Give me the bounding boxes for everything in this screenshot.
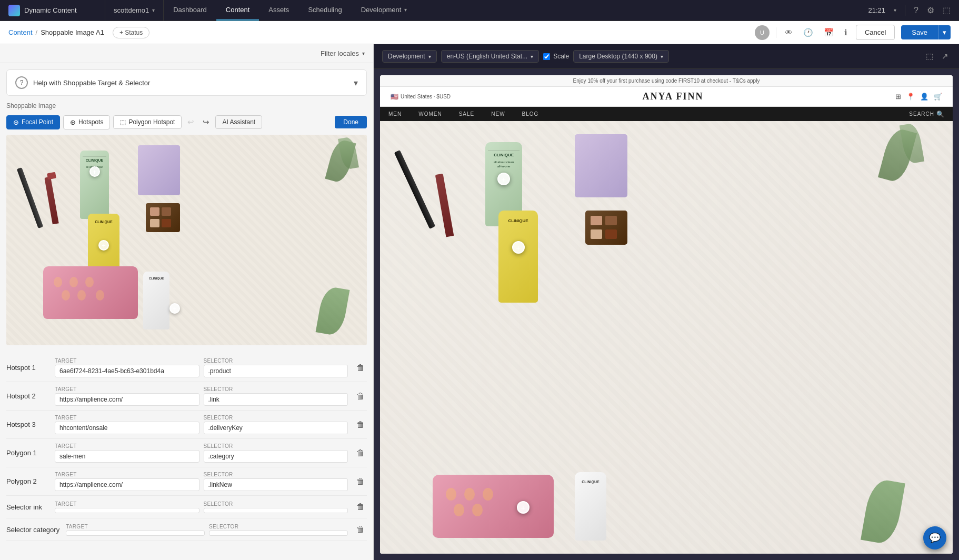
selector-value-sink[interactable] <box>204 508 348 513</box>
site-nav-search: SEARCH 🔍 <box>909 111 953 118</box>
polygon-1-name: Polygon 1 <box>6 449 48 457</box>
target-label-1: Target <box>55 358 199 364</box>
delete-hotspot-1-button[interactable]: 🗑 <box>354 361 367 375</box>
nav-tab-assets-label: Assets <box>268 6 289 14</box>
selector-label-3: Selector <box>204 415 348 421</box>
target-value-scat[interactable] <box>66 531 205 536</box>
hotspot-1-name: Hotspot 1 <box>6 364 48 372</box>
account-name: scottdemo1 <box>114 6 149 14</box>
account-chevron-icon: ▾ <box>152 7 155 13</box>
redo-button[interactable]: ↪ <box>200 115 212 129</box>
delete-selector-ink-button[interactable]: 🗑 <box>354 500 367 514</box>
site-nav-new[interactable]: NEW <box>483 107 513 121</box>
hotspot-marker-3[interactable]: + <box>169 303 180 314</box>
hotspot-3-selector-group: Selector .deliveryKey <box>204 415 348 434</box>
ai-assistant-button[interactable]: AI Assistant <box>215 115 262 129</box>
focal-point-button[interactable]: ⊕ Focal Point <box>6 115 60 129</box>
target-label-scat: Target <box>66 524 205 529</box>
site-search-icon[interactable]: 🔍 <box>936 111 944 118</box>
preview-external-icon[interactable]: ↗ <box>940 49 951 63</box>
chat-bubble-button[interactable]: 💬 <box>923 526 946 549</box>
delete-selector-category-button[interactable]: 🗑 <box>354 523 367 536</box>
eye-icon[interactable]: 👁 <box>783 26 795 39</box>
nav-tab-development[interactable]: Development ▾ <box>352 0 417 21</box>
preview-hotspot-2[interactable]: + <box>512 241 525 254</box>
hotspot-marker-1[interactable]: + <box>89 166 100 177</box>
delete-polygon-2-button[interactable]: 🗑 <box>354 475 367 488</box>
scale-checkbox[interactable] <box>543 53 550 60</box>
target-value-1[interactable]: 6ae6f724-8231-4ae5-bc63-e301bd4a <box>55 365 199 377</box>
locale-selector[interactable]: en-US (English United Stat... ▾ <box>441 50 539 63</box>
hotspots-button[interactable]: ⊕ Hotspots <box>63 115 110 129</box>
info-icon[interactable]: ℹ <box>842 26 850 39</box>
hotspot-marker-2[interactable]: + <box>98 240 109 251</box>
nav-tab-development-label: Development <box>361 6 402 14</box>
nav-tab-scheduling[interactable]: Scheduling <box>298 0 351 21</box>
size-label: Large Desktop (1440 x 900) <box>579 53 657 60</box>
size-selector[interactable]: Large Desktop (1440 x 900) ▾ <box>573 50 669 63</box>
target-value-p2[interactable]: https://amplience.com/ <box>55 478 199 491</box>
done-button[interactable]: Done <box>335 116 367 128</box>
selector-value-p2[interactable]: .linkNew <box>204 478 348 491</box>
account-selector[interactable]: scottdemo1 ▾ <box>105 0 164 21</box>
selector-value-2[interactable]: .link <box>204 393 348 406</box>
cancel-button[interactable]: Cancel <box>856 25 895 40</box>
site-nav-men[interactable]: MEN <box>380 107 410 121</box>
settings-icon[interactable]: ⚙ <box>927 5 934 15</box>
notifications-icon[interactable]: ⬚ <box>943 5 951 15</box>
site-nav-sale[interactable]: SALE <box>451 107 483 121</box>
preview-copy-icon[interactable]: ⬚ <box>924 49 935 63</box>
breadcrumb-parent[interactable]: Content <box>8 28 33 36</box>
location-icon[interactable]: 📍 <box>906 93 915 101</box>
delete-polygon-1-button[interactable]: 🗑 <box>354 446 367 460</box>
calendar-icon[interactable]: 📅 <box>822 26 836 39</box>
delete-hotspot-3-button[interactable]: 🗑 <box>354 418 367 432</box>
hotspot-1-selector-group: Selector .product <box>204 358 348 377</box>
history-icon[interactable]: 🕐 <box>801 26 815 39</box>
selector-value-1[interactable]: .product <box>204 365 348 377</box>
polygon-hotspot-button[interactable]: ⬚ Polygon Hotspot <box>113 115 182 129</box>
target-value-sink[interactable] <box>55 508 199 513</box>
target-value-2[interactable]: https://amplience.com/ <box>55 393 199 406</box>
save-dropdown-button[interactable]: ▾ <box>938 25 951 39</box>
grid-icon[interactable]: ⊞ <box>895 93 901 101</box>
cart-icon[interactable]: 🛒 <box>934 93 942 101</box>
selector-value-p1[interactable]: .category <box>204 450 348 463</box>
target-value-3[interactable]: hhcontent/onsale <box>55 422 199 434</box>
preview-hotspot-1[interactable]: + <box>497 173 510 185</box>
polygon-icon: ⬚ <box>120 118 126 126</box>
preview-hotspot-3[interactable]: + <box>517 501 530 514</box>
left-panel: Filter locales ▾ ? Help with Shoppable T… <box>0 44 374 560</box>
help-collapse-button[interactable]: ▾ <box>354 78 358 88</box>
target-value-p1[interactable]: sale-men <box>55 450 199 463</box>
site-nav-women[interactable]: WOMEN <box>410 107 450 121</box>
nav-tab-content[interactable]: Content <box>216 0 259 21</box>
scale-checkbox-label[interactable]: Scale <box>543 53 569 60</box>
save-button[interactable]: Save <box>901 25 938 39</box>
table-row: Hotspot 2 Target https://amplience.com/ … <box>6 382 367 411</box>
person-icon[interactable]: 👤 <box>920 93 928 101</box>
environment-selector[interactable]: Development ▾ <box>382 50 437 63</box>
breadcrumb-bar: Content / Shoppable Image A1 + Status U … <box>0 21 959 44</box>
hotspot-3-target-group: Target hhcontent/onsale <box>55 415 199 434</box>
help-nav-icon[interactable]: ? <box>914 6 918 15</box>
delete-hotspot-2-button[interactable]: 🗑 <box>354 389 367 403</box>
table-row: Selector ink Target Selector 🗑 <box>6 496 367 518</box>
app-title: Dynamic Content <box>24 6 77 14</box>
main-nav: Dashboard Content Assets Scheduling Deve… <box>164 0 416 21</box>
nav-tab-scheduling-label: Scheduling <box>308 6 342 14</box>
breadcrumb-right: U 👁 🕐 📅 ℹ Cancel Save ▾ <box>755 25 951 40</box>
site-nav-blog[interactable]: BLOG <box>514 107 547 121</box>
selector-value-3[interactable]: .deliveryKey <box>204 422 348 434</box>
status-button[interactable]: + Status <box>113 27 149 38</box>
user-avatar[interactable]: U <box>755 25 770 40</box>
selector-value-scat[interactable] <box>209 531 348 536</box>
nav-tab-assets[interactable]: Assets <box>259 0 298 21</box>
development-chevron-icon: ▾ <box>404 7 407 13</box>
nav-tab-dashboard[interactable]: Dashboard <box>164 0 216 21</box>
cosmetics-image: CLINIQUE all about clean + <box>6 135 367 345</box>
undo-button[interactable]: ↩ <box>185 115 197 129</box>
breadcrumb-separator: / <box>36 28 38 36</box>
filter-locales-button[interactable]: Filter locales ▾ <box>321 49 365 57</box>
selector-label-1: Selector <box>204 358 348 364</box>
